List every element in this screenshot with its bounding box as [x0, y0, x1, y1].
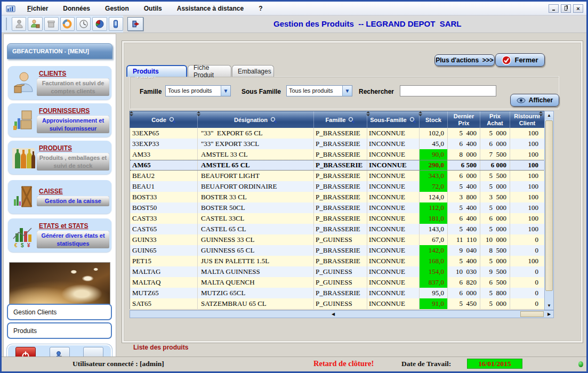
- search-input[interactable]: [400, 85, 496, 96]
- table-row[interactable]: BEAU2BEAUFORT LIGHTP_BRASSERIEINCONNUE34…: [130, 171, 545, 181]
- menu-item-gestion[interactable]: Gestion: [98, 3, 136, 14]
- app-icon: [6, 4, 15, 13]
- produits-icon: [10, 144, 37, 172]
- sort-arrows-icon[interactable]: [418, 109, 422, 118]
- table-row[interactable]: MALTAQMALTA QUENCHP_GUINESSINCONNUE837,0…: [130, 277, 545, 288]
- menu-item-fichier[interactable]: Fichier: [20, 3, 55, 14]
- exit-door-icon: [131, 19, 140, 29]
- vertical-scrollbar-thumb[interactable]: [545, 120, 553, 291]
- afficher-button[interactable]: Afficher: [510, 94, 559, 107]
- tab-emballages[interactable]: Emballages: [232, 65, 274, 77]
- cell-prix-achat: 3 500: [480, 192, 510, 202]
- table-header: CodeDésignationFamilleSous-FamilleStockD…: [130, 111, 545, 129]
- column-search-icon[interactable]: [270, 117, 277, 124]
- sidebar-item-fournisseurs[interactable]: FOURNISSEURS Approvisionnement et suivi …: [8, 103, 111, 137]
- sidebar-tab-gestion-clients[interactable]: Gestion Clients: [7, 304, 112, 320]
- sous-famille-select[interactable]: Tous les produits ▼: [286, 85, 352, 96]
- column-header-sous-famille[interactable]: Sous-Famille: [367, 111, 420, 128]
- table-row[interactable]: MALTAGMALTA GUINNESSP_GUINESSINCONNUE154…: [130, 266, 545, 277]
- famille-select[interactable]: Tous les produits ▼: [165, 85, 231, 96]
- table-row[interactable]: AM65AMSTEL 65 CLP_BRASSERIEINCONNUE290,0…: [130, 160, 545, 171]
- minimize-button[interactable]: [549, 4, 559, 13]
- sidebar-item-title[interactable]: FOURNISSEURS: [39, 107, 109, 115]
- cell-code: CAST33: [130, 213, 198, 224]
- sidebar-item-caisse[interactable]: CAISSE Gestion de la caisse: [8, 180, 111, 214]
- column-header-stock[interactable]: Stock: [420, 111, 448, 128]
- cell-dernier-prix: 6 500: [448, 160, 480, 170]
- pie-chart-toolbar-button[interactable]: [92, 17, 107, 31]
- scroll-up-icon[interactable]: ▲: [545, 111, 553, 119]
- table-row[interactable]: 33EXP65"33" EXPORT 65 CLP_BRASSERIEINCON…: [130, 128, 545, 139]
- cell-designation: BEUAFORT ORDINAIRE: [198, 181, 314, 192]
- more-actions-button[interactable]: Plus d'actions >>>: [434, 54, 495, 66]
- sidebar-item-subtitle: Produits , emballages et suivi de stock: [37, 153, 109, 171]
- tab-produits[interactable]: Produits: [126, 65, 187, 77]
- column-search-icon[interactable]: [348, 117, 355, 124]
- sidebar-item-etats-stats[interactable]: €$¥ ETATS et STATS Générer divers états …: [8, 218, 111, 252]
- sidebar-tab-produits[interactable]: Produits: [7, 322, 112, 339]
- table-row[interactable]: CAST65CASTEL 65 CLP_BRASSERIEINCONNUE143…: [130, 224, 545, 234]
- column-search-icon[interactable]: [409, 117, 416, 124]
- sidebar-item-clients[interactable]: CLIENTS Facturation et suivi de comptes …: [8, 66, 111, 100]
- svg-text:$: $: [21, 242, 24, 248]
- table-row[interactable]: BOST33BOSTER 33 CLP_BRASSERIEINCONNUE124…: [130, 192, 545, 202]
- tab-fiche-produit[interactable]: Fiche Produit: [188, 65, 231, 77]
- sidebar-item-title[interactable]: ETATS et STATS: [39, 222, 109, 230]
- supplier-toolbar-button[interactable]: [28, 17, 42, 31]
- work-date-label: Date de Travail:: [401, 360, 451, 368]
- sort-arrows-icon[interactable]: [539, 109, 543, 118]
- cell-ristourne-client: 100: [510, 213, 545, 224]
- column-header-dernier-prix[interactable]: Dernier Prix: [448, 111, 480, 128]
- table-row[interactable]: SAT65SATZEMBRAU 65 CLP_GUINESSINCONNUE91…: [130, 298, 545, 309]
- table-row[interactable]: AM33AMSTEL 33 CLP_BRASSERIEINCONNUE90,08…: [130, 149, 545, 160]
- fermer-button[interactable]: Fermer: [495, 53, 545, 67]
- sort-arrows-icon[interactable]: [366, 109, 370, 118]
- table-row[interactable]: CAST33CASTEL 33CLP_BRASSERIEINCONNUE181,…: [130, 213, 545, 224]
- sidebar-item-title[interactable]: PRODUITS: [39, 144, 109, 152]
- table-row[interactable]: GUIN33GUINNESS 33 CLP_GUINESSINCONNUE67,…: [130, 234, 545, 245]
- table-row[interactable]: BEAU1BEUAFORT ORDINAIREP_BRASSERIEINCONN…: [130, 181, 545, 192]
- menu-item-outils[interactable]: Outils: [136, 3, 170, 14]
- cell-designation: MUTZIG 65CL: [198, 288, 314, 298]
- sidebar-item-title[interactable]: CLIENTS: [39, 70, 109, 77]
- contact-toolbar-button[interactable]: [12, 17, 26, 31]
- table-row[interactable]: 33EXP33"33" EXPORT 33CLP_BRASSERIEINCONN…: [130, 139, 545, 149]
- cell-prix-achat: 6 500: [480, 277, 510, 288]
- product-toolbar-button[interactable]: [44, 17, 59, 31]
- sort-arrows-icon[interactable]: [130, 109, 133, 118]
- menu-item-help[interactable]: ?: [251, 3, 270, 14]
- table-row[interactable]: GUIN65GUINNESS 65 CLP_BRASSERIEINCONNUE1…: [130, 245, 545, 256]
- table-row[interactable]: MUTZ65MUTZIG 65CLP_BRASSERIEINCONNUE95,0…: [130, 288, 545, 298]
- close-button[interactable]: ×: [573, 4, 583, 13]
- sort-arrows-icon[interactable]: [197, 109, 200, 118]
- application-window: FichierDonnéesGestionOutilsAssistance à …: [0, 0, 588, 373]
- phone-toolbar-button[interactable]: [109, 17, 123, 31]
- column-header-code[interactable]: Code: [130, 111, 198, 128]
- cell-dernier-prix: 5 400: [448, 224, 480, 234]
- sidebar-item-title[interactable]: CAISSE: [39, 188, 109, 195]
- horizontal-scrollbar-thumb[interactable]: [520, 311, 544, 317]
- column-header-prix-achat[interactable]: Prix Achat: [480, 111, 510, 128]
- column-search-icon[interactable]: [169, 117, 176, 124]
- menu-item-assistance-a-distance[interactable]: Assistance à distance: [170, 3, 251, 14]
- menu-item-donnees[interactable]: Données: [55, 3, 98, 14]
- scroll-left-icon[interactable]: ◀: [329, 311, 337, 318]
- sidebar-item-produits[interactable]: PRODUITS Produits , emballages et suivi …: [8, 141, 111, 174]
- vertical-scrollbar[interactable]: ▲ ▼: [544, 111, 554, 310]
- cell-prix-achat: 5 000: [480, 202, 510, 213]
- gauge-toolbar-button[interactable]: [76, 17, 91, 31]
- scroll-down-icon[interactable]: ▼: [545, 302, 553, 310]
- gauge-icon: [78, 19, 89, 29]
- horizontal-scrollbar[interactable]: ◀ ▶: [130, 310, 554, 318]
- scroll-right-icon[interactable]: ▶: [545, 311, 553, 318]
- column-header-designation[interactable]: Désignation: [198, 111, 314, 128]
- exit-toolbar-button[interactable]: [127, 17, 143, 31]
- cell-sous-famille: INCONNUE: [367, 298, 420, 309]
- table-row[interactable]: BOST50BOSTER 50CLP_BRASSERIEINCONNUE112,…: [130, 202, 545, 213]
- ring-toolbar-button[interactable]: [60, 17, 75, 31]
- table-row[interactable]: PET15JUS EN PALETTE 1.5LP_BRASSERIEINCON…: [130, 256, 545, 266]
- product-box-icon: [46, 19, 57, 29]
- restore-button[interactable]: [561, 4, 571, 13]
- column-header-famille[interactable]: Famille: [314, 111, 367, 128]
- connected-user-label: Utilisateur connecté : [admin]: [73, 360, 164, 368]
